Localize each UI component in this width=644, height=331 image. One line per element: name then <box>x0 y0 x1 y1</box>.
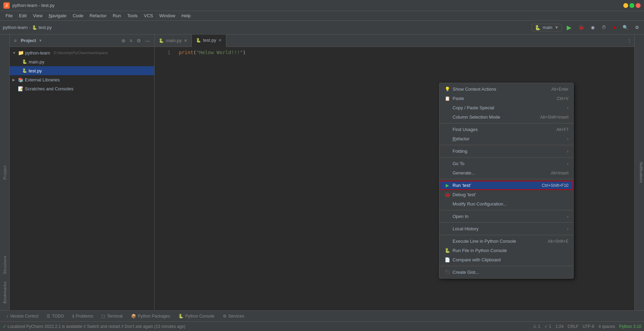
settings-button[interactable]: ⚙ <box>633 23 641 31</box>
ctx-run-test[interactable]: ▶ Run 'test' Ctrl+Shift+F10 <box>439 181 573 190</box>
ctx-folding[interactable]: Folding › <box>439 147 573 156</box>
ctx-paste[interactable]: 📋 Paste Ctrl+V <box>439 94 573 103</box>
debug-button[interactable]: 🐞 <box>576 23 586 31</box>
ctx-refactor[interactable]: Refactor › <box>439 134 573 143</box>
status-notification[interactable]: Localized PyCharm 2022.2.1 is available … <box>8 324 185 329</box>
ctx-create-gist[interactable]: ⚫ Create Gist... <box>439 268 573 277</box>
menu-window[interactable]: Window <box>157 12 178 20</box>
code-keyword-print: print <box>179 50 193 55</box>
menu-tools[interactable]: Tools <box>125 12 140 20</box>
menu-refactor[interactable]: Refactor <box>87 12 109 20</box>
ctx-compare-icon: 📄 <box>444 257 450 262</box>
version-control-label: Version Control <box>10 314 38 319</box>
python-packages-label: Python Packages <box>138 314 170 319</box>
title-text: python-learn - test.py <box>12 3 55 8</box>
ctx-run-file-python[interactable]: 🐍 Run File in Python Console <box>439 246 573 255</box>
status-encoding[interactable]: UTF-8 <box>583 324 594 329</box>
close-button[interactable] <box>636 3 641 8</box>
tree-item-testpy[interactable]: 🐍 test.py <box>10 66 154 75</box>
status-position[interactable]: 1:24 <box>555 324 563 329</box>
status-python[interactable]: Python 3.10 <box>619 324 641 329</box>
breadcrumb: python-learn › 🐍 test.py <box>3 25 52 30</box>
search-button[interactable]: 🔍 <box>621 23 630 31</box>
maximize-button[interactable] <box>630 3 634 8</box>
ctx-generate-left: Generate... <box>444 170 475 175</box>
project-hide-btn[interactable]: — <box>144 37 151 44</box>
tab-mainpy-icon: 🐍 <box>159 38 164 43</box>
run-config-icon: 🐍 <box>535 25 541 30</box>
ctx-compare-clipboard[interactable]: 📄 Compare with Clipboard <box>439 255 573 264</box>
ctx-goto[interactable]: Go To › <box>439 159 573 168</box>
tab-problems[interactable]: ℹ Problems <box>69 312 97 320</box>
tab-mainpy[interactable]: 🐍 main.py ✕ <box>155 34 192 47</box>
ctx-run-left: ▶ Run 'test' <box>444 183 471 188</box>
title-bar: J python-learn - test.py <box>0 0 644 11</box>
ctx-column-label: Column Selection Mode <box>453 114 500 120</box>
tree-item-testpy-name: test.py <box>29 68 42 73</box>
ctx-execute-line[interactable]: Execute Line in Python Console Alt+Shift… <box>439 237 573 246</box>
status-indent[interactable]: 4 spaces <box>598 324 615 329</box>
tab-python-console[interactable]: 🐍 Python Console <box>175 312 218 320</box>
ctx-show-context-actions[interactable]: 💡 Show Context Actions Alt+Enter <box>439 84 573 94</box>
ctx-debug-test[interactable]: 🐞 Debug 'test' <box>439 190 573 199</box>
ctx-copy-paste-special[interactable]: Copy / Paste Special › <box>439 103 573 112</box>
project-locate-btn[interactable]: ⊕ <box>120 37 127 44</box>
tab-testpy[interactable]: 🐍 test.py ✕ <box>192 34 226 47</box>
tree-root[interactable]: ▼ 📁 python-learn D:\develop\PyCharm\work… <box>10 48 154 57</box>
ctx-open-in[interactable]: Open In › <box>439 212 573 221</box>
ctx-history-label: Local History <box>453 226 478 231</box>
stop-button[interactable]: ■ <box>611 23 618 31</box>
ctx-run-file-label: Run File in Python Console <box>453 248 507 253</box>
ctx-find-shortcut: Alt+F7 <box>556 127 568 132</box>
version-control-icon: ↕ <box>6 314 8 319</box>
ctx-generate[interactable]: Generate... Alt+Insert <box>439 168 573 178</box>
menu-navigate[interactable]: Navigate <box>46 12 69 20</box>
ctx-modify-run[interactable]: Modify Run Configuration... <box>439 199 573 209</box>
ctx-paste-left: 📋 Paste <box>444 96 464 101</box>
minimize-button[interactable] <box>623 3 628 8</box>
tab-todo[interactable]: ☰ TODO <box>43 312 67 320</box>
project-gear-btn[interactable]: ⚙ <box>135 37 142 44</box>
menu-view[interactable]: View <box>30 12 45 20</box>
run-button[interactable]: ▶ <box>565 22 574 33</box>
ctx-history-arrow: › <box>567 227 568 231</box>
expand-icon2: ▶ <box>12 78 17 82</box>
project-collapse-all-btn[interactable]: ≡ <box>128 37 134 44</box>
ctx-execute-left: Execute Line in Python Console <box>444 239 516 244</box>
menu-run[interactable]: Run <box>110 12 124 20</box>
status-line-sep[interactable]: CRLF <box>568 324 578 329</box>
menu-file[interactable]: File <box>3 12 16 20</box>
ctx-find-left: Find Usages <box>444 127 478 132</box>
ctx-column-selection[interactable]: Column Selection Mode Alt+Shift+Insert <box>439 112 573 122</box>
tree-item-scratches[interactable]: 📝 Scratches and Consoles <box>10 84 154 93</box>
tree-item-mainpy[interactable]: 🐍 main.py <box>10 57 154 66</box>
tab-options-button[interactable]: ⋮ <box>624 38 634 43</box>
ctx-run-shortcut: Ctrl+Shift+F10 <box>542 183 568 188</box>
tab-testpy-close[interactable]: ✕ <box>218 38 222 43</box>
python-console-icon: 🐍 <box>178 314 184 319</box>
ctx-local-history[interactable]: Local History › <box>439 224 573 233</box>
ctx-modify-label: Modify Run Configuration... <box>453 201 507 207</box>
coverage-button[interactable]: ◉ <box>589 23 597 31</box>
tab-python-packages[interactable]: 📦 Python Packages <box>128 312 174 320</box>
ctx-generate-label: Generate... <box>453 170 475 175</box>
ctx-run-file-left: 🐍 Run File in Python Console <box>444 248 507 253</box>
tab-terminal[interactable]: ▢ Terminal <box>98 312 126 320</box>
editor-area: 🐍 main.py ✕ 🐍 test.py ✕ ⋮ 1 print("Helow… <box>155 34 634 310</box>
tree-item-external-libs[interactable]: ▶ 📚 External Libraries <box>10 75 154 84</box>
tab-version-control[interactable]: ↕ Version Control <box>3 312 42 320</box>
tab-mainpy-close[interactable]: ✕ <box>184 38 187 43</box>
ctx-find-usages[interactable]: Find Usages Alt+F7 <box>439 125 573 134</box>
menu-edit[interactable]: Edit <box>16 12 29 20</box>
menu-code[interactable]: Code <box>70 12 86 20</box>
project-collapse-icon[interactable]: ≡ <box>12 37 18 44</box>
profile-button[interactable]: ⏱ <box>600 23 608 31</box>
menu-help[interactable]: Help <box>179 12 194 20</box>
python-console-label: Python Console <box>185 314 215 319</box>
tab-services[interactable]: ⚙ Services <box>219 312 248 320</box>
notifications-label[interactable]: Notifications <box>639 162 643 183</box>
run-config-selector[interactable]: 🐍 main ▼ <box>532 24 562 31</box>
project-dropdown-icon[interactable]: ▼ <box>39 39 42 42</box>
menu-vcs[interactable]: VCS <box>141 12 156 20</box>
ctx-open-label: Open In <box>453 214 468 219</box>
